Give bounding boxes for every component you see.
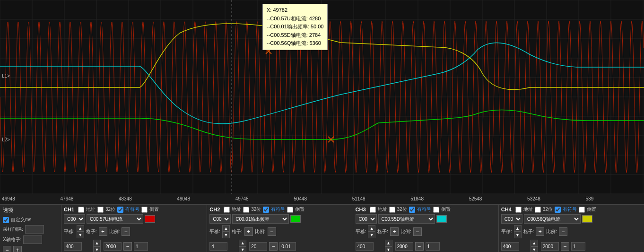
ch2-scale-minus2[interactable]: − (269, 242, 278, 251)
ch3-shift-up[interactable]: ▲ (368, 225, 375, 232)
ch2-select1[interactable]: C00 (209, 214, 231, 224)
ch2-sign-label: 有符号 (271, 206, 285, 213)
ch4-color-box[interactable] (582, 215, 592, 223)
x-axis-bar: 46948 47648 48348 49048 49748 50448 5114… (0, 194, 644, 204)
left-panel: 选项 自定义ms 采样间隔: 3 X轴格子: 700 − + (0, 205, 61, 252)
ch2-invert-cb[interactable] (287, 207, 293, 213)
ch3-grid-plus[interactable]: + (390, 227, 399, 236)
plus-button[interactable]: + (13, 246, 22, 252)
ch1-grid-up[interactable]: ▲ (93, 240, 101, 246)
x-tick-10: 539 (585, 196, 643, 201)
ch4-grid-up[interactable]: ▲ (531, 240, 538, 246)
ch4-addr-cb[interactable] (515, 207, 522, 213)
ch3-scale-minus2[interactable]: − (415, 242, 424, 251)
ch4-row2: C00 C00.56Q轴电流 (501, 214, 642, 224)
ch1-select1[interactable]: C00 (64, 214, 85, 224)
ch3-grid-down[interactable]: ▼ (385, 246, 392, 252)
ch4-sign-cb[interactable] (555, 207, 561, 213)
x-tick-0: 46948 (1, 196, 59, 201)
ch2-header: CH2 地址 32位 有符号 倒置 (209, 206, 350, 213)
ch3-addr-cb[interactable] (370, 207, 376, 213)
tooltip-box: X: 49782 --C00.57U相电流: 4280 --C00.01输出频率… (262, 4, 328, 50)
ch4-invert-cb[interactable] (579, 207, 585, 213)
ch1-select2[interactable]: C00.57U相电流 (87, 214, 143, 224)
ch1-row2: C00 C00.57U相电流 (64, 214, 204, 224)
ch1-32bit-label: 32位 (105, 206, 115, 213)
ch1-grid-plus[interactable]: + (99, 227, 107, 236)
ch4-select2[interactable]: C00.56Q轴电流 (524, 214, 581, 224)
ch1-color-box[interactable] (145, 215, 155, 223)
ch2-grid-label: 格子: (232, 228, 243, 235)
ch3-row2: C00 C00.55D轴电流 (356, 214, 496, 224)
ch4-shift-down[interactable]: ▼ (514, 232, 522, 238)
ch4-scale-minus2[interactable]: − (561, 242, 569, 251)
ch2-grid-input[interactable] (249, 242, 267, 251)
ch3-32bit-cb[interactable] (389, 207, 395, 213)
custom-checkbox[interactable] (3, 217, 9, 223)
ch4-scale-minus[interactable]: − (559, 227, 567, 236)
ch2-grid-plus[interactable]: + (244, 227, 253, 236)
xgrid-input[interactable]: 700 (23, 235, 42, 244)
ch2-row2: C00 C00.01输出频率 (209, 214, 350, 224)
ch3-color-box[interactable] (436, 215, 447, 223)
ch1-invert-label: 倒置 (149, 206, 159, 213)
ch3-label: CH3 (356, 207, 366, 212)
ch4-shift-input[interactable] (501, 242, 519, 251)
ch3-select1[interactable]: C00 (356, 214, 377, 224)
ch3-panel: CH3 地址 32位 有符号 倒置 C00 C00.55D轴电流 (353, 205, 499, 252)
ch1-shift-down[interactable]: ▼ (77, 232, 84, 238)
ch2-shift-up[interactable]: ▲ (222, 225, 230, 232)
ch4-grid-plus[interactable]: + (536, 227, 544, 236)
ch3-grid-input[interactable] (395, 242, 413, 251)
ch3-scale-minus[interactable]: − (413, 227, 422, 236)
ch1-invert-cb[interactable] (141, 207, 148, 213)
ch3-scale-input[interactable] (426, 242, 440, 251)
ch1-addr-cb[interactable] (78, 207, 84, 213)
ch3-select2[interactable]: C00.55D轴电流 (378, 214, 435, 224)
x-tick-4: 49748 (235, 196, 293, 201)
ch1-scale-minus[interactable]: − (122, 227, 130, 236)
ch2-grid-down[interactable]: ▼ (239, 246, 246, 252)
ch2-select2[interactable]: C00.01输出频率 (232, 214, 289, 224)
sample-input[interactable]: 3 (25, 225, 44, 234)
ch1-sign-cb[interactable] (117, 207, 123, 213)
ch2-scale-minus[interactable]: − (268, 227, 276, 236)
ch1-grid-down[interactable]: ▼ (93, 246, 101, 252)
ch1-sign-label: 有符号 (125, 206, 139, 213)
pm-row: − + (3, 246, 58, 252)
ch3-shift-input[interactable] (356, 242, 374, 251)
ch2-sign-cb[interactable] (263, 207, 269, 213)
ch4-invert-label: 倒置 (587, 206, 596, 213)
ch4-shift-up[interactable]: ▲ (514, 225, 522, 232)
ch3-grid-up[interactable]: ▲ (385, 240, 392, 246)
ch2-grid-up[interactable]: ▲ (239, 240, 246, 246)
ch1-shift-up[interactable]: ▲ (77, 225, 84, 232)
ch3-shift-down[interactable]: ▼ (368, 232, 375, 238)
ch1-grid-input[interactable] (104, 242, 122, 251)
ch4-grid-input[interactable] (541, 242, 559, 251)
ch4-32bit-cb[interactable] (535, 207, 541, 213)
ch3-sign-cb[interactable] (409, 207, 415, 213)
ch4-grid-down[interactable]: ▼ (531, 246, 538, 252)
ch4-select1[interactable]: C00 (501, 214, 522, 224)
ch2-color-box[interactable] (290, 215, 301, 223)
ch2-shift-down[interactable]: ▼ (222, 232, 230, 238)
x-tick-7: 51848 (409, 196, 468, 201)
minus-button[interactable]: − (3, 246, 11, 252)
ch1-header: CH1 地址 32位 有符号 倒置 (64, 206, 204, 213)
ch2-scale-input[interactable] (279, 242, 296, 251)
ch2-shift-input[interactable] (209, 242, 227, 251)
ch2-32bit-cb[interactable] (243, 207, 249, 213)
sample-row: 采样间隔: 3 (3, 225, 58, 234)
ch1-scale-input[interactable] (134, 242, 148, 251)
ch1-scale-minus2[interactable]: − (123, 242, 132, 251)
chart-area: X: 49782 --C00.57U相电流: 4280 --C00.01输出频率… (0, 0, 644, 194)
ch1-32bit-cb[interactable] (97, 207, 104, 213)
ch1-row4: ▲ ▼ − (64, 240, 204, 252)
ch1-shift-input[interactable] (64, 242, 82, 251)
ch4-scale-input[interactable] (571, 242, 585, 251)
ch3-invert-cb[interactable] (433, 207, 439, 213)
ch3-row3: 平移: ▲ ▼ 格子: + 比例: − (356, 225, 496, 238)
ch2-addr-cb[interactable] (224, 207, 230, 213)
tooltip-line4: --C00.56Q轴电流: 5360 (267, 39, 323, 48)
